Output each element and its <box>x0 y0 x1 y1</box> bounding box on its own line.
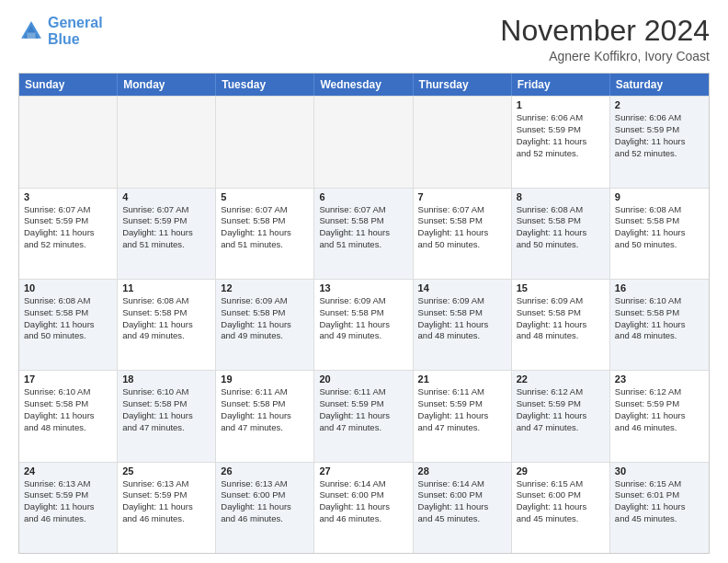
page: General Blue November 2024 Agnere Koffik… <box>0 0 728 563</box>
day-info: Sunrise: 6:07 AMSunset: 5:58 PMDaylight:… <box>319 204 407 251</box>
day-cell-2: 2Sunrise: 6:06 AMSunset: 5:59 PMDaylight… <box>610 97 709 187</box>
day-number: 27 <box>319 465 407 477</box>
day-cell-23: 23Sunrise: 6:12 AMSunset: 5:59 PMDayligh… <box>610 371 709 461</box>
day-info: Sunrise: 6:14 AMSunset: 6:00 PMDaylight:… <box>319 478 407 525</box>
day-cell-19: 19Sunrise: 6:11 AMSunset: 5:58 PMDayligh… <box>216 371 314 461</box>
day-number: 28 <box>418 465 506 477</box>
day-cell-20: 20Sunrise: 6:11 AMSunset: 5:59 PMDayligh… <box>314 371 413 461</box>
weekday-header-sunday: Sunday <box>19 74 118 96</box>
day-number: 22 <box>517 373 605 385</box>
day-number: 26 <box>221 465 309 477</box>
day-info: Sunrise: 6:14 AMSunset: 6:00 PMDaylight:… <box>418 478 506 525</box>
day-number: 7 <box>418 191 506 202</box>
day-cell-4: 4Sunrise: 6:07 AMSunset: 5:59 PMDaylight… <box>118 189 216 279</box>
day-number: 30 <box>615 465 704 477</box>
day-number: 20 <box>319 373 407 385</box>
month-title: November 2024 <box>500 15 710 47</box>
day-cell-18: 18Sunrise: 6:10 AMSunset: 5:58 PMDayligh… <box>118 371 216 461</box>
day-info: Sunrise: 6:08 AMSunset: 5:58 PMDaylight:… <box>615 204 704 251</box>
calendar-row-2: 10Sunrise: 6:08 AMSunset: 5:58 PMDayligh… <box>19 279 709 370</box>
day-number: 19 <box>221 373 309 385</box>
day-number: 16 <box>615 282 704 293</box>
day-number: 23 <box>615 373 704 385</box>
empty-cell-0-4 <box>414 97 512 187</box>
weekday-header-wednesday: Wednesday <box>314 74 413 96</box>
logo-icon <box>18 18 44 44</box>
calendar-header: SundayMondayTuesdayWednesdayThursdayFrid… <box>19 74 709 96</box>
day-number: 8 <box>517 191 605 202</box>
empty-cell-0-1 <box>118 97 216 187</box>
day-cell-24: 24Sunrise: 6:13 AMSunset: 5:59 PMDayligh… <box>19 463 118 553</box>
day-info: Sunrise: 6:07 AMSunset: 5:59 PMDaylight:… <box>122 204 210 251</box>
day-number: 9 <box>615 191 704 202</box>
header: General Blue November 2024 Agnere Koffik… <box>18 15 710 63</box>
day-number: 13 <box>319 282 407 293</box>
day-cell-30: 30Sunrise: 6:15 AMSunset: 6:01 PMDayligh… <box>610 463 709 553</box>
day-cell-8: 8Sunrise: 6:08 AMSunset: 5:58 PMDaylight… <box>512 189 610 279</box>
day-number: 18 <box>122 373 210 385</box>
day-info: Sunrise: 6:08 AMSunset: 5:58 PMDaylight:… <box>517 204 605 251</box>
day-cell-26: 26Sunrise: 6:13 AMSunset: 6:00 PMDayligh… <box>216 463 314 553</box>
day-number: 12 <box>221 282 309 293</box>
calendar-row-1: 3Sunrise: 6:07 AMSunset: 5:59 PMDaylight… <box>19 188 709 279</box>
logo-text: General Blue <box>48 15 103 47</box>
day-number: 3 <box>24 191 112 202</box>
day-cell-11: 11Sunrise: 6:08 AMSunset: 5:58 PMDayligh… <box>118 280 216 370</box>
day-cell-14: 14Sunrise: 6:09 AMSunset: 5:58 PMDayligh… <box>414 280 512 370</box>
weekday-header-thursday: Thursday <box>414 74 512 96</box>
day-cell-17: 17Sunrise: 6:10 AMSunset: 5:58 PMDayligh… <box>19 371 118 461</box>
logo-line1: General <box>48 15 103 30</box>
day-info: Sunrise: 6:06 AMSunset: 5:59 PMDaylight:… <box>517 112 605 159</box>
day-info: Sunrise: 6:09 AMSunset: 5:58 PMDaylight:… <box>221 295 309 342</box>
calendar-body: 1Sunrise: 6:06 AMSunset: 5:59 PMDaylight… <box>19 96 709 553</box>
day-cell-1: 1Sunrise: 6:06 AMSunset: 5:59 PMDaylight… <box>512 97 610 187</box>
title-block: November 2024 Agnere Koffikro, Ivory Coa… <box>500 15 710 63</box>
day-cell-7: 7Sunrise: 6:07 AMSunset: 5:58 PMDaylight… <box>414 189 512 279</box>
day-number: 17 <box>24 373 112 385</box>
day-cell-28: 28Sunrise: 6:14 AMSunset: 6:00 PMDayligh… <box>414 463 512 553</box>
day-cell-15: 15Sunrise: 6:09 AMSunset: 5:58 PMDayligh… <box>512 280 610 370</box>
day-info: Sunrise: 6:15 AMSunset: 6:00 PMDaylight:… <box>517 478 605 525</box>
day-cell-3: 3Sunrise: 6:07 AMSunset: 5:59 PMDaylight… <box>19 189 118 279</box>
day-info: Sunrise: 6:12 AMSunset: 5:59 PMDaylight:… <box>517 386 605 433</box>
day-number: 15 <box>517 282 605 293</box>
day-cell-22: 22Sunrise: 6:12 AMSunset: 5:59 PMDayligh… <box>512 371 610 461</box>
day-number: 1 <box>517 99 605 110</box>
logo: General Blue <box>18 15 103 47</box>
day-info: Sunrise: 6:13 AMSunset: 5:59 PMDaylight:… <box>122 478 210 525</box>
empty-cell-0-0 <box>19 97 118 187</box>
day-cell-16: 16Sunrise: 6:10 AMSunset: 5:58 PMDayligh… <box>610 280 709 370</box>
day-info: Sunrise: 6:12 AMSunset: 5:59 PMDaylight:… <box>615 386 704 433</box>
day-info: Sunrise: 6:06 AMSunset: 5:59 PMDaylight:… <box>615 112 704 159</box>
day-number: 11 <box>122 282 210 293</box>
empty-cell-0-3 <box>314 97 413 187</box>
day-cell-13: 13Sunrise: 6:09 AMSunset: 5:58 PMDayligh… <box>314 280 413 370</box>
day-info: Sunrise: 6:11 AMSunset: 5:59 PMDaylight:… <box>418 386 506 433</box>
day-info: Sunrise: 6:11 AMSunset: 5:58 PMDaylight:… <box>221 386 309 433</box>
weekday-header-saturday: Saturday <box>610 74 709 96</box>
day-number: 29 <box>517 465 605 477</box>
day-number: 6 <box>319 191 407 202</box>
weekday-header-friday: Friday <box>512 74 610 96</box>
day-info: Sunrise: 6:08 AMSunset: 5:58 PMDaylight:… <box>24 295 112 342</box>
day-info: Sunrise: 6:09 AMSunset: 5:58 PMDaylight:… <box>418 295 506 342</box>
day-info: Sunrise: 6:15 AMSunset: 6:01 PMDaylight:… <box>615 478 704 525</box>
day-info: Sunrise: 6:07 AMSunset: 5:58 PMDaylight:… <box>221 204 309 251</box>
day-number: 24 <box>24 465 112 477</box>
calendar-row-4: 24Sunrise: 6:13 AMSunset: 5:59 PMDayligh… <box>19 462 709 553</box>
day-info: Sunrise: 6:11 AMSunset: 5:59 PMDaylight:… <box>319 386 407 433</box>
calendar-row-3: 17Sunrise: 6:10 AMSunset: 5:58 PMDayligh… <box>19 370 709 461</box>
day-number: 2 <box>615 99 704 110</box>
day-cell-29: 29Sunrise: 6:15 AMSunset: 6:00 PMDayligh… <box>512 463 610 553</box>
day-cell-10: 10Sunrise: 6:08 AMSunset: 5:58 PMDayligh… <box>19 280 118 370</box>
day-info: Sunrise: 6:07 AMSunset: 5:58 PMDaylight:… <box>418 204 506 251</box>
weekday-header-monday: Monday <box>118 74 216 96</box>
location: Agnere Koffikro, Ivory Coast <box>500 49 710 63</box>
svg-rect-2 <box>27 32 35 38</box>
day-number: 10 <box>24 282 112 293</box>
day-cell-25: 25Sunrise: 6:13 AMSunset: 5:59 PMDayligh… <box>118 463 216 553</box>
day-cell-9: 9Sunrise: 6:08 AMSunset: 5:58 PMDaylight… <box>610 189 709 279</box>
logo-line2: Blue <box>48 31 80 47</box>
day-number: 14 <box>418 282 506 293</box>
day-info: Sunrise: 6:07 AMSunset: 5:59 PMDaylight:… <box>24 204 112 251</box>
